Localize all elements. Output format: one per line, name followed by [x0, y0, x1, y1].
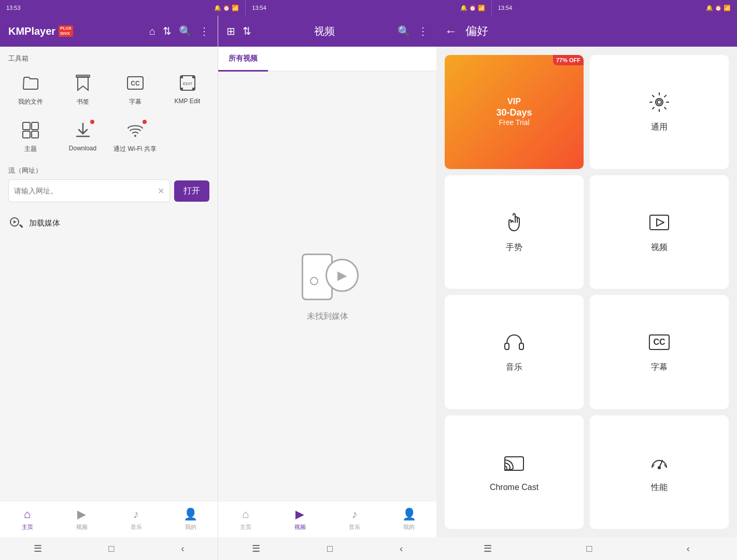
nav-home-2[interactable]: ⌂ 主页 — [218, 501, 273, 537]
home-sys-icon-1[interactable]: □ — [109, 543, 115, 554]
nav-my-2[interactable]: 👤 我的 — [382, 501, 436, 537]
gesture-icon — [503, 211, 526, 237]
video-title: 视频 — [314, 24, 335, 38]
load-media-row[interactable]: 加载媒体 — [0, 208, 218, 237]
stream-input-wrap: ✕ — [8, 179, 170, 202]
back-sys-icon-2[interactable]: ‹ — [400, 543, 403, 554]
video-play-icon — [648, 211, 671, 237]
sort-video-icon[interactable]: ⇅ — [243, 25, 251, 37]
no-media-icon: ▶ — [296, 251, 359, 303]
panel2-system-bar: ☰ □ ‹ — [218, 537, 436, 560]
tools-grid: 我的文件 书签 CC — [0, 67, 218, 160]
nav-music-1[interactable]: ♪ 音乐 — [109, 501, 163, 537]
svg-rect-6 — [180, 88, 183, 90]
kmp-edit-label: KMP Edit — [175, 97, 201, 105]
logo-text: KMPlayer — [8, 25, 55, 37]
settings-performance[interactable]: 性能 — [590, 415, 729, 529]
svg-marker-18 — [657, 219, 664, 226]
tool-my-files[interactable]: 我的文件 — [5, 67, 55, 113]
nav-video-1[interactable]: ▶ 视频 — [54, 501, 109, 537]
nav-home-label-1: 主页 — [22, 523, 33, 531]
load-media-icon — [8, 216, 23, 230]
more-video-icon[interactable]: ⋮ — [418, 25, 428, 37]
status-bars: 13:53 🔔 ⏰ 📶 13:54 🔔 ⏰ 📶 13:54 🔔 ⏰ 📶 — [0, 0, 737, 16]
tool-wifi-share[interactable]: 通过 Wi-Fi 共享 — [110, 115, 160, 160]
video-tabs: 所有视频 — [218, 47, 436, 72]
status-icons-3: 🔔 ⏰ 📶 — [706, 5, 731, 11]
tool-theme[interactable]: 主题 — [5, 115, 55, 160]
tool-download[interactable]: Download — [58, 115, 108, 160]
svg-rect-5 — [192, 76, 195, 78]
tool-kmp-edit[interactable]: EDIT KMP Edit — [162, 67, 212, 113]
tool-subtitle[interactable]: CC 字幕 — [110, 67, 160, 113]
svg-rect-10 — [23, 131, 30, 138]
settings-general-label: 通用 — [651, 122, 668, 133]
settings-title: 偏好 — [465, 23, 488, 39]
home-sys-icon-3[interactable]: □ — [587, 543, 592, 554]
stream-section: 流（网址） ✕ 打开 — [0, 160, 218, 208]
panel-home: KMPlayer PLUSDIVX ⌂ ⇅ 🔍 ⋮ 工具箱 我的文件 — [0, 16, 218, 560]
tab-all-videos[interactable]: 所有视频 — [218, 47, 268, 71]
home-sys-icon-2[interactable]: □ — [327, 543, 333, 554]
panel3-system-bar: ☰ □ ‹ — [436, 537, 737, 560]
stream-open-button[interactable]: 打开 — [174, 180, 209, 202]
panel-settings: ← 偏好 77% OFF VIP 30-Days Free Trial — [436, 16, 737, 560]
settings-general[interactable]: 通用 — [590, 55, 729, 169]
vip-crown: VIP — [507, 97, 521, 106]
nav-my-label-1: 我的 — [185, 523, 196, 531]
panels: KMPlayer PLUSDIVX ⌂ ⇅ 🔍 ⋮ 工具箱 我的文件 — [0, 16, 737, 560]
stream-input[interactable] — [14, 187, 158, 195]
status-bar-2: 13:54 🔔 ⏰ 📶 — [246, 0, 491, 16]
vip-subtitle: Free Trial — [499, 118, 529, 127]
back-sys-icon-3[interactable]: ‹ — [687, 543, 690, 554]
search-icon[interactable]: 🔍 — [179, 25, 192, 37]
nav-music-2[interactable]: ♪ 音乐 — [328, 501, 382, 537]
panel-videos: ⊞ ⇅ 视频 🔍 ⋮ 所有视频 ▶ 未找到媒体 ⌂ — [218, 16, 436, 560]
cc-icon: CC — [126, 74, 145, 92]
back-sys-icon-1[interactable]: ‹ — [181, 543, 184, 554]
status-bar-3: 13:54 🔔 ⏰ 📶 — [492, 0, 737, 16]
nav-video-label-1: 视频 — [76, 523, 88, 531]
more-icon[interactable]: ⋮ — [199, 25, 209, 37]
tool-bookmark[interactable]: 书签 — [58, 67, 108, 113]
cc-settings-icon: CC — [648, 331, 671, 357]
settings-gesture-label: 手势 — [506, 242, 522, 253]
settings-subtitle[interactable]: CC 字幕 — [590, 295, 729, 409]
settings-music-label: 音乐 — [506, 362, 522, 373]
panel1-system-bar: ☰ □ ‹ — [0, 537, 218, 560]
nav-my-1[interactable]: 👤 我的 — [163, 501, 218, 537]
nav-my-icon-2: 👤 — [402, 508, 416, 521]
home-icon[interactable]: ⌂ — [149, 25, 155, 37]
grid-icon[interactable]: ⊞ — [226, 25, 235, 37]
settings-header: ← 偏好 — [436, 16, 737, 47]
vip-banner[interactable]: 77% OFF VIP 30-Days Free Trial — [445, 55, 584, 169]
menu-icon-2[interactable]: ☰ — [252, 543, 260, 554]
settings-video[interactable]: 视频 — [590, 175, 729, 289]
nav-music-icon-1: ♪ — [133, 508, 139, 521]
settings-chromecast[interactable]: Chrome Cast — [445, 415, 584, 529]
kmp-edit-icon-wrap: EDIT — [178, 74, 197, 94]
svg-rect-17 — [650, 215, 669, 230]
settings-music[interactable]: 音乐 — [445, 295, 584, 409]
menu-icon-3[interactable]: ☰ — [484, 543, 492, 554]
video-header-right-icons: 🔍 ⋮ — [398, 25, 428, 37]
search-video-icon[interactable]: 🔍 — [398, 25, 410, 37]
phone-camera — [310, 277, 318, 285]
theme-label: 主题 — [24, 145, 37, 153]
bookmark-icon — [74, 74, 92, 92]
edit-film-icon: EDIT — [178, 74, 197, 92]
nav-my-label-2: 我的 — [403, 523, 415, 531]
menu-icon-1[interactable]: ☰ — [34, 543, 42, 554]
theme-icon — [21, 121, 40, 139]
back-button[interactable]: ← — [445, 24, 457, 38]
nav-video-2[interactable]: ▶ 视频 — [273, 501, 327, 537]
sort-icon[interactable]: ⇅ — [163, 25, 172, 37]
folder-icon — [21, 74, 40, 92]
speed-icon — [648, 451, 671, 477]
nav-home-icon-2: ⌂ — [242, 508, 249, 521]
download-icon — [74, 121, 92, 139]
settings-video-label: 视频 — [651, 242, 668, 253]
nav-home-1[interactable]: ⌂ 主页 — [0, 501, 54, 537]
stream-clear-button[interactable]: ✕ — [158, 186, 164, 196]
settings-gesture[interactable]: 手势 — [445, 175, 584, 289]
